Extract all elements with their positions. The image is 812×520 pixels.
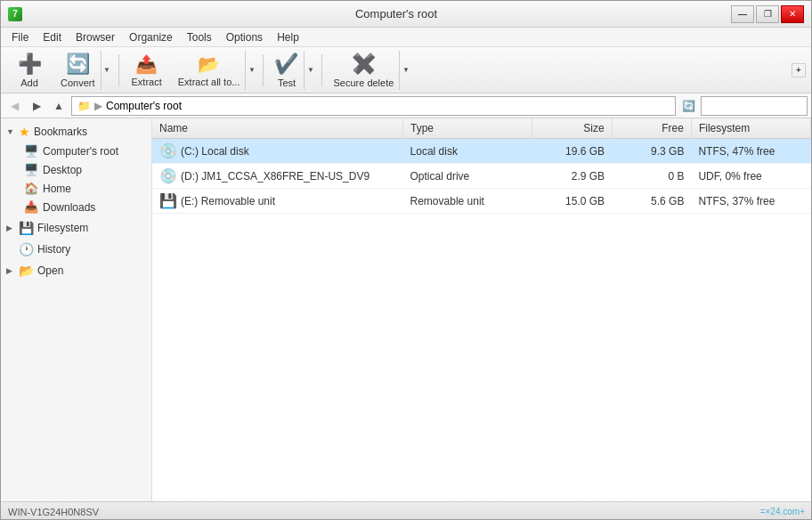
sidebar-item-desktop[interactable]: 🖥️ Desktop (1, 160, 151, 179)
secure-delete-icon: ✖️ (352, 53, 376, 76)
sidebar-item-label: Computer's root (43, 145, 118, 158)
cell-size: 15.0 GB (532, 189, 612, 214)
test-icon: ✔️ (274, 53, 298, 76)
extract-all-icon: 📂 (198, 53, 220, 75)
cell-type: Optical drive (403, 164, 532, 189)
menu-options[interactable]: Options (219, 29, 270, 45)
add-button[interactable]: ➕ Add (6, 51, 53, 90)
test-dropdown-arrow[interactable]: ▼ (304, 51, 316, 90)
up-button[interactable]: ▲ (49, 96, 69, 116)
table-header-row: Name Type Size Free Filesystem (152, 118, 811, 139)
bookmarks-expand-icon: ▼ (6, 127, 15, 136)
minimize-button[interactable]: ─ (731, 5, 754, 23)
add-label: Add (20, 77, 38, 88)
address-bar: ◀ ▶ ▲ 📁 ▶ Computer's root 🔄 (1, 93, 811, 118)
menu-help[interactable]: Help (270, 29, 306, 45)
secure-delete-label: Secure delete (333, 77, 394, 88)
sidebar-item-downloads[interactable]: 📥 Downloads (1, 198, 151, 216)
extract-all-label: Extract all to... (178, 77, 240, 87)
cell-free: 9.3 GB (612, 139, 691, 164)
home-icon: 🏠 (24, 182, 38, 195)
main-layout: ▼ ★ Bookmarks 🖥️ Computer's root 🖥️ Desk… (1, 118, 811, 501)
menu-browser[interactable]: Browser (69, 29, 122, 45)
col-header-free[interactable]: Free (612, 118, 691, 139)
filesystem-header[interactable]: ▶ 💾 Filesystem (1, 218, 151, 238)
local-disk-icon: 💿 (159, 142, 177, 159)
toolbar-sep-3 (321, 54, 322, 86)
toolbar-sep-1 (118, 54, 119, 86)
cell-filesystem: NTFS, 47% free (691, 139, 810, 164)
history-label: History (37, 243, 70, 256)
toolbar-expand-button[interactable]: + (792, 63, 806, 77)
address-path: Computer's root (106, 100, 182, 112)
search-input[interactable] (701, 96, 808, 116)
cell-type: Local disk (403, 139, 532, 164)
close-button[interactable]: ✕ (781, 5, 804, 23)
extract-all-dropdown-arrow[interactable]: ▼ (245, 51, 257, 90)
menu-file[interactable]: File (4, 29, 36, 45)
open-expand-icon: ▶ (6, 266, 15, 275)
filesystem-icon: 💾 (19, 221, 34, 235)
convert-icon: 🔄 (66, 53, 90, 76)
convert-dropdown-arrow[interactable]: ▼ (101, 51, 113, 90)
refresh-button[interactable]: 🔄 (678, 96, 698, 116)
cell-size: 2.9 GB (532, 164, 612, 189)
test-button[interactable]: ✔️ Test (269, 51, 304, 90)
star-icon: ★ (19, 125, 30, 139)
table-row[interactable]: 💾(E:) Removable unit Removable unit 15.0… (152, 189, 811, 214)
history-section: 🕐 History (1, 240, 151, 259)
history-icon: 🕐 (19, 242, 34, 256)
col-header-name[interactable]: Name (152, 118, 403, 139)
downloads-icon: 📥 (24, 200, 38, 214)
file-table: Name Type Size Free Filesystem 💿(C:) Loc… (152, 118, 811, 214)
sidebar-item-label-downloads: Downloads (43, 201, 95, 214)
extract-all-button[interactable]: 📂 Extract all to... (173, 51, 246, 90)
desktop-icon: 🖥️ (24, 163, 38, 176)
forward-button[interactable]: ▶ (27, 96, 46, 116)
add-icon: ➕ (18, 53, 42, 76)
optical-drive-icon: 💿 (159, 167, 177, 184)
cell-filesystem: UDF, 0% free (691, 164, 810, 189)
history-header[interactable]: 🕐 History (1, 240, 151, 259)
chevron-down-icon-3: ▼ (307, 66, 314, 74)
open-label: Open (37, 264, 63, 277)
sidebar-item-home[interactable]: 🏠 Home (1, 179, 151, 198)
col-header-type[interactable]: Type (403, 118, 532, 139)
cell-filesystem: NTFS, 37% free (691, 189, 810, 214)
cell-name: 💾(E:) Removable unit (152, 189, 403, 214)
test-group: ✔️ Test ▼ (268, 51, 317, 90)
open-section: ▶ 📂 Open (1, 261, 151, 280)
menu-organize[interactable]: Organize (122, 29, 180, 45)
menu-edit[interactable]: Edit (36, 29, 69, 45)
bookmarks-section: ▼ ★ Bookmarks 🖥️ Computer's root 🖥️ Desk… (1, 122, 151, 216)
sidebar-item-computers-root[interactable]: 🖥️ Computer's root (1, 142, 151, 160)
sidebar-item-label-desktop: Desktop (43, 164, 82, 176)
app-icon: 7 (8, 7, 22, 21)
table-row[interactable]: 💿(C:) Local disk Local disk 19.6 GB 9.3 … (152, 139, 811, 164)
open-header[interactable]: ▶ 📂 Open (1, 261, 151, 280)
col-header-filesystem[interactable]: Filesystem (691, 118, 810, 139)
cell-type: Removable unit (403, 189, 532, 214)
restore-button[interactable]: ❐ (756, 5, 779, 23)
convert-group: 🔄 Convert ▼ (54, 51, 114, 90)
menu-tools[interactable]: Tools (180, 29, 219, 45)
menu-bar: File Edit Browser Organize Tools Options… (1, 28, 811, 47)
cell-free: 0 B (612, 164, 691, 189)
extract-icon: 📤 (135, 53, 158, 75)
extract-button[interactable]: 📤 Extract (124, 51, 170, 90)
test-label: Test (278, 77, 296, 88)
removable-drive-icon: 💾 (159, 192, 177, 209)
computer-icon: 🖥️ (24, 144, 38, 158)
address-field[interactable]: 📁 ▶ Computer's root (71, 96, 676, 116)
filesystem-section: ▶ 💾 Filesystem (1, 218, 151, 238)
filesystem-expand-icon: ▶ (6, 223, 15, 232)
secure-delete-dropdown-arrow[interactable]: ▼ (399, 51, 411, 90)
col-header-size[interactable]: Size (532, 118, 612, 139)
bookmarks-header[interactable]: ▼ ★ Bookmarks (1, 122, 151, 142)
address-sep-1: ▶ (94, 100, 102, 112)
table-row[interactable]: 💿(D:) JM1_CCSA_X86FRE_EN-US_DV9 Optical … (152, 164, 811, 189)
secure-delete-button[interactable]: ✖️ Secure delete (328, 51, 399, 90)
back-button[interactable]: ◀ (4, 96, 24, 116)
sidebar-item-label-home: Home (43, 183, 71, 195)
convert-button[interactable]: 🔄 Convert (55, 51, 101, 90)
